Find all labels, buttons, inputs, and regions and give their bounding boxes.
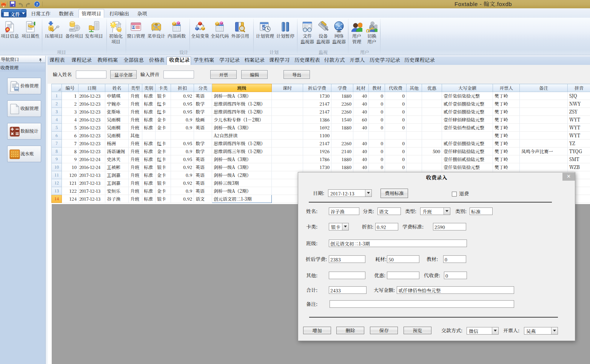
svg-text:?: ?: [36, 2, 38, 6]
